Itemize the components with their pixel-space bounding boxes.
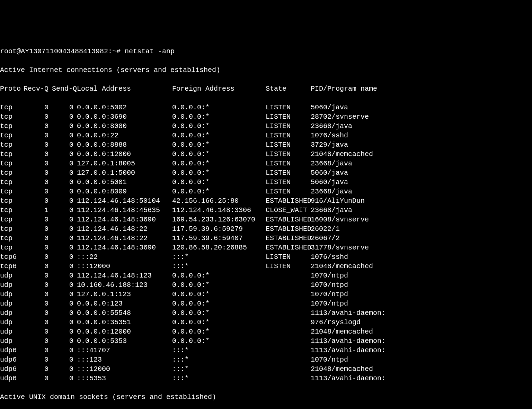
header-pid: PID/Program name xyxy=(311,84,532,93)
cell-state xyxy=(266,271,311,280)
cell-proto: tcp xyxy=(0,140,24,149)
connection-row: udp00112.124.46.148:1230.0.0.0:*1070/ntp… xyxy=(0,271,532,280)
cell-sendq: 0 xyxy=(52,336,77,346)
cell-foreign: 0.0.0.0:* xyxy=(172,140,266,149)
cell-local: 0.0.0.0:3690 xyxy=(77,112,172,121)
terminal-output[interactable]: root@AY1307110043488413982:~# netstat -a… xyxy=(0,37,532,409)
cell-sendq: 0 xyxy=(52,159,77,168)
connection-row: udp000.0.0.0:353510.0.0.0:*976/rsyslogd xyxy=(0,318,532,327)
cell-local: 0.0.0.0:8080 xyxy=(77,121,172,131)
cell-recvq: 0 xyxy=(24,271,52,280)
cell-pid: 26022/1 xyxy=(311,224,532,234)
connection-row: tcp000.0.0.0:88880.0.0.0:*LISTEN3729/jav… xyxy=(0,140,532,149)
cell-foreign: :::* xyxy=(172,374,266,383)
cell-pid: 3729/java xyxy=(311,140,532,149)
connection-row: tcp000.0.0.0:36900.0.0.0:*LISTEN28702/sv… xyxy=(0,112,532,121)
cell-recvq: 1 xyxy=(24,206,52,215)
cell-proto: tcp xyxy=(0,159,24,168)
cell-recvq: 0 xyxy=(24,131,52,140)
cell-pid: 1113/avahi-daemon: xyxy=(311,346,532,355)
header-sendq: Send-Q xyxy=(52,84,77,93)
cell-foreign: 169.54.233.126:63070 xyxy=(172,215,266,224)
cell-sendq: 0 xyxy=(52,234,77,243)
cell-pid: 21048/memcached xyxy=(311,327,532,336)
cell-foreign: :::* xyxy=(172,346,266,355)
cell-foreign: :::* xyxy=(172,364,266,374)
cell-foreign: 0.0.0.0:* xyxy=(172,290,266,299)
cell-foreign: 42.156.166.25:80 xyxy=(172,196,266,206)
connection-row: tcp000.0.0.0:220.0.0.0:*LISTEN1076/sshd xyxy=(0,131,532,140)
cell-pid: 1113/avahi-daemon: xyxy=(311,374,532,383)
cell-state: ESTABLISHED xyxy=(266,215,311,224)
cell-state: ESTABLISHED xyxy=(266,243,311,252)
cell-sendq: 0 xyxy=(52,290,77,299)
cell-proto: tcp xyxy=(0,215,24,224)
cell-local: :::12000 xyxy=(77,262,172,271)
connection-row: udp000.0.0.0:555480.0.0.0:*1113/avahi-da… xyxy=(0,308,532,318)
cell-foreign: :::* xyxy=(172,355,266,364)
cell-proto: udp xyxy=(0,280,24,290)
cell-state xyxy=(266,374,311,383)
cell-recvq: 0 xyxy=(24,327,52,336)
connection-row: udp00127.0.0.1:1230.0.0.0:*1070/ntpd xyxy=(0,290,532,299)
cell-sendq: 0 xyxy=(52,215,77,224)
header-recvq: Recv-Q xyxy=(24,84,52,93)
connection-row: udp000.0.0.0:1230.0.0.0:*1070/ntpd xyxy=(0,299,532,308)
cell-local: 0.0.0.0:8888 xyxy=(77,140,172,149)
cell-local: 0.0.0.0:123 xyxy=(77,299,172,308)
cell-recvq: 0 xyxy=(24,299,52,308)
cell-local: 127.0.0.1:123 xyxy=(77,290,172,299)
cell-sendq: 0 xyxy=(52,224,77,234)
header-state: State xyxy=(266,84,311,93)
cell-recvq: 0 xyxy=(24,159,52,168)
cell-proto: udp xyxy=(0,336,24,346)
header-row: ProtoRecv-QSend-QLocal AddressForeign Ad… xyxy=(0,84,532,93)
cell-local: :::41707 xyxy=(77,346,172,355)
cell-sendq: 0 xyxy=(52,346,77,355)
cell-proto: tcp6 xyxy=(0,262,24,271)
connection-row: udp000.0.0.0:53530.0.0.0:*1113/avahi-dae… xyxy=(0,336,532,346)
cell-local: 0.0.0.0:8009 xyxy=(77,187,172,196)
cell-pid: 1076/sshd xyxy=(311,131,532,140)
cell-foreign: 112.124.46.148:3306 xyxy=(172,206,266,215)
cell-sendq: 0 xyxy=(52,103,77,112)
cell-state: LISTEN xyxy=(266,159,311,168)
cell-proto: tcp xyxy=(0,243,24,252)
cell-recvq: 0 xyxy=(24,290,52,299)
cell-foreign: 0.0.0.0:* xyxy=(172,178,266,187)
cell-proto: udp xyxy=(0,308,24,318)
cell-recvq: 0 xyxy=(24,168,52,178)
cell-state: LISTEN xyxy=(266,121,311,131)
cell-pid: 1076/sshd xyxy=(311,252,532,262)
cell-recvq: 0 xyxy=(24,187,52,196)
cell-state xyxy=(266,318,311,327)
cell-recvq: 0 xyxy=(24,336,52,346)
connection-row: tcp000.0.0.0:50020.0.0.0:*LISTEN5060/jav… xyxy=(0,103,532,112)
cell-proto: tcp xyxy=(0,112,24,121)
cell-recvq: 0 xyxy=(24,196,52,206)
cell-pid: 5060/java xyxy=(311,168,532,178)
header-foreign: Foreign Address xyxy=(172,84,266,93)
cell-local: 127.0.0.1:8005 xyxy=(77,159,172,168)
cell-proto: udp xyxy=(0,318,24,327)
cell-state xyxy=(266,327,311,336)
cell-local: 112.124.46.148:123 xyxy=(77,271,172,280)
cell-proto: tcp xyxy=(0,178,24,187)
cell-proto: udp6 xyxy=(0,355,24,364)
cell-recvq: 0 xyxy=(24,280,52,290)
command-text: netstat -anp xyxy=(125,47,175,56)
cell-state: LISTEN xyxy=(266,140,311,149)
connection-rows: tcp000.0.0.0:50020.0.0.0:*LISTEN5060/jav… xyxy=(0,103,532,383)
cell-pid: 21048/memcached xyxy=(311,364,532,374)
header-proto: Proto xyxy=(0,84,24,93)
connection-row: udp600:::41707:::*1113/avahi-daemon: xyxy=(0,346,532,355)
shell-prompt: root@AY1307110043488413982:~# xyxy=(0,47,125,56)
cell-proto: tcp xyxy=(0,168,24,178)
cell-pid: 31778/svnserve xyxy=(311,243,532,252)
cell-local: 127.0.0.1:5000 xyxy=(77,168,172,178)
cell-local: :::22 xyxy=(77,252,172,262)
cell-sendq: 0 xyxy=(52,243,77,252)
cell-state: LISTEN xyxy=(266,252,311,262)
connection-row: tcp000.0.0.0:50010.0.0.0:*LISTEN5060/jav… xyxy=(0,178,532,187)
cell-local: 112.124.46.148:3690 xyxy=(77,243,172,252)
